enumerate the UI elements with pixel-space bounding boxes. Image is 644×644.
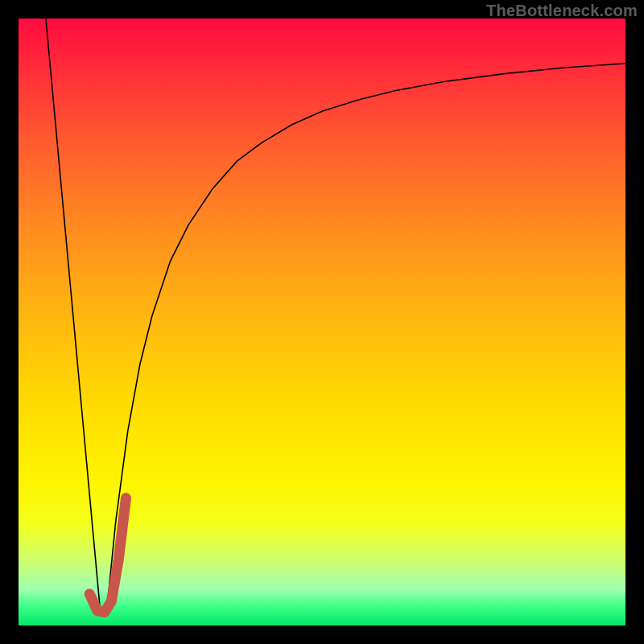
watermark-label: TheBottleneck.com — [486, 2, 638, 20]
chart-svg — [19, 19, 625, 625]
chart-plot-area — [19, 19, 625, 625]
series-right-curve — [106, 64, 625, 613]
series-left-line — [46, 19, 101, 613]
